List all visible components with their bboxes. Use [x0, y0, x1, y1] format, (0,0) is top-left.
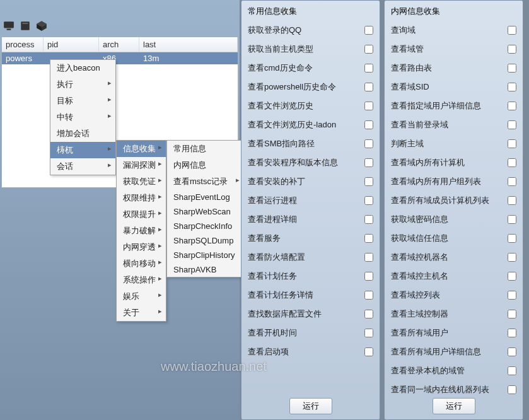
- menu-item[interactable]: SharpCheckInfo: [167, 219, 243, 233]
- panel-item-checkbox[interactable]: [508, 83, 516, 91]
- panel-item-checkbox[interactable]: [508, 102, 516, 110]
- panel-row: 获取登录的QQ: [248, 21, 373, 40]
- col-pid[interactable]: pid: [44, 37, 99, 52]
- panel-row: 查看安装程序和版本信息: [248, 153, 373, 172]
- panel-body: 查询域查看域管查看路由表查看域SID查看指定域用户详细信息查看当前登录域判断主域…: [385, 21, 523, 399]
- cube-icon[interactable]: [36, 20, 47, 32]
- panel-item-checkbox[interactable]: [508, 45, 516, 54]
- panel-item-checkbox[interactable]: [364, 158, 373, 167]
- menu-item[interactable]: 执行: [50, 76, 115, 93]
- menu-item[interactable]: 常用信息: [167, 141, 243, 157]
- menu-item[interactable]: 梼杌: [50, 142, 115, 158]
- panel-item-checkbox[interactable]: [508, 26, 516, 35]
- panel-row: 查看域控机器名: [391, 248, 516, 267]
- panel-item-checkbox[interactable]: [508, 329, 516, 337]
- panel-item-checkbox[interactable]: [508, 253, 516, 262]
- panel-item-checkbox[interactable]: [364, 253, 373, 262]
- panel-item-checkbox[interactable]: [364, 120, 373, 129]
- cell-last: 13m: [139, 52, 238, 64]
- menu-item[interactable]: 目标: [50, 93, 115, 109]
- panel-footer: 运行: [241, 398, 380, 414]
- panel-item-checkbox[interactable]: [364, 329, 373, 337]
- panel-item-label: 查看所有域成员计算机列表: [391, 195, 489, 206]
- panel-item-checkbox[interactable]: [508, 196, 516, 205]
- panel-item-checkbox[interactable]: [508, 310, 516, 318]
- panel-item-checkbox[interactable]: [508, 64, 516, 73]
- panel-item-checkbox[interactable]: [364, 196, 373, 205]
- menu-item[interactable]: SharpAVKB: [167, 262, 243, 277]
- col-last[interactable]: last: [139, 37, 238, 52]
- panel-item-checkbox[interactable]: [364, 215, 373, 224]
- run-button[interactable]: 运行: [289, 398, 332, 414]
- panel-item-checkbox[interactable]: [364, 310, 373, 318]
- menu-item[interactable]: 暴力破解: [117, 223, 166, 239]
- panel-item-checkbox[interactable]: [508, 139, 516, 148]
- menu-item[interactable]: 权限维持: [117, 190, 166, 206]
- menu-item[interactable]: 内网信息: [167, 157, 243, 173]
- run-button[interactable]: 运行: [433, 398, 475, 414]
- menu-item[interactable]: 系统操作: [117, 272, 166, 288]
- panel-item-checkbox[interactable]: [508, 272, 516, 281]
- panel-item-label: 查看域内所有计算机: [391, 157, 465, 168]
- book-icon[interactable]: [20, 20, 31, 32]
- panel-row: 查看防火墙配置: [248, 248, 373, 267]
- panel-item-label: 查看登录本机的域管: [391, 365, 465, 376]
- menu-item[interactable]: SharpClipHistory: [167, 248, 243, 262]
- panel-item-label: 查看域控主机名: [391, 271, 448, 282]
- panel-item-checkbox[interactable]: [364, 291, 373, 300]
- table-row[interactable]: powers x86 13m: [2, 52, 238, 64]
- menu-item[interactable]: 娱乐: [117, 288, 166, 305]
- menu-item[interactable]: 中转: [50, 109, 115, 125]
- panel-item-checkbox[interactable]: [364, 64, 373, 73]
- menu-item[interactable]: 权限提升: [117, 206, 166, 223]
- panel-item-checkbox[interactable]: [364, 272, 373, 281]
- panel-row: 查看运行进程: [248, 191, 373, 210]
- panel-item-label: 查看域控列表: [391, 289, 440, 301]
- col-process[interactable]: process: [2, 37, 44, 52]
- panel-item-checkbox[interactable]: [508, 347, 516, 356]
- panel-item-checkbox[interactable]: [508, 120, 516, 129]
- panel-item-checkbox[interactable]: [508, 234, 516, 243]
- panel-item-checkbox[interactable]: [508, 158, 516, 167]
- context-menu-taowu: 信息收集漏洞探测获取凭证权限维持权限提升暴力破解内网穿透横向移动系统操作娱乐关于: [116, 140, 166, 322]
- menu-item[interactable]: 查看mstsc记录: [167, 173, 243, 190]
- panel-row: 查看域控列表: [391, 286, 516, 305]
- panel-item-checkbox[interactable]: [364, 45, 373, 54]
- panel-item-checkbox[interactable]: [364, 102, 373, 110]
- menu-item[interactable]: 会话: [50, 158, 115, 175]
- menu-item[interactable]: 进入beacon: [50, 60, 115, 76]
- panel-item-label: 查看powershell历史命令: [248, 81, 336, 93]
- monitor-icon[interactable]: [3, 20, 15, 32]
- panel-row: 查看所有域用户: [391, 324, 516, 342]
- panel-row: 查看域内所有用户组列表: [391, 172, 516, 191]
- panel-item-checkbox[interactable]: [508, 177, 516, 186]
- panel-item-label: 查看进程详细: [248, 214, 297, 225]
- menu-item[interactable]: 增加会话: [50, 125, 115, 142]
- svg-rect-1: [7, 29, 11, 30]
- panel-footer: 运行: [385, 398, 523, 414]
- panel-item-checkbox[interactable]: [364, 347, 373, 356]
- panel-item-checkbox[interactable]: [364, 139, 373, 148]
- menu-item[interactable]: SharpWebScan: [167, 204, 243, 219]
- menu-item[interactable]: 信息收集: [117, 141, 166, 157]
- menu-item[interactable]: 获取凭证: [117, 173, 166, 190]
- panel-common-info: 常用信息收集 获取登录的QQ获取当前主机类型查看cmd历史命令查看powersh…: [241, 0, 380, 420]
- col-arch[interactable]: arch: [99, 37, 139, 52]
- panel-item-checkbox[interactable]: [508, 215, 516, 224]
- panel-item-checkbox[interactable]: [508, 385, 516, 394]
- panel-item-checkbox[interactable]: [508, 291, 516, 300]
- table-header: process pid arch last: [2, 37, 238, 52]
- menu-item[interactable]: 关于: [117, 305, 166, 321]
- menu-item[interactable]: SharpSQLDump: [167, 233, 243, 248]
- panel-item-checkbox[interactable]: [508, 366, 516, 375]
- panel-item-checkbox[interactable]: [364, 26, 373, 35]
- menu-item[interactable]: 横向移动: [117, 255, 166, 272]
- panel-item-label: 查看所有域用户详细信息: [391, 346, 481, 358]
- menu-item[interactable]: SharpEventLog: [167, 190, 243, 204]
- menu-item[interactable]: 内网穿透: [117, 239, 166, 255]
- panel-item-checkbox[interactable]: [364, 234, 373, 243]
- panel-item-checkbox[interactable]: [364, 83, 373, 91]
- menu-item[interactable]: 漏洞探测: [117, 157, 166, 173]
- panel-item-label: 判断主域: [391, 138, 424, 149]
- panel-item-checkbox[interactable]: [364, 177, 373, 186]
